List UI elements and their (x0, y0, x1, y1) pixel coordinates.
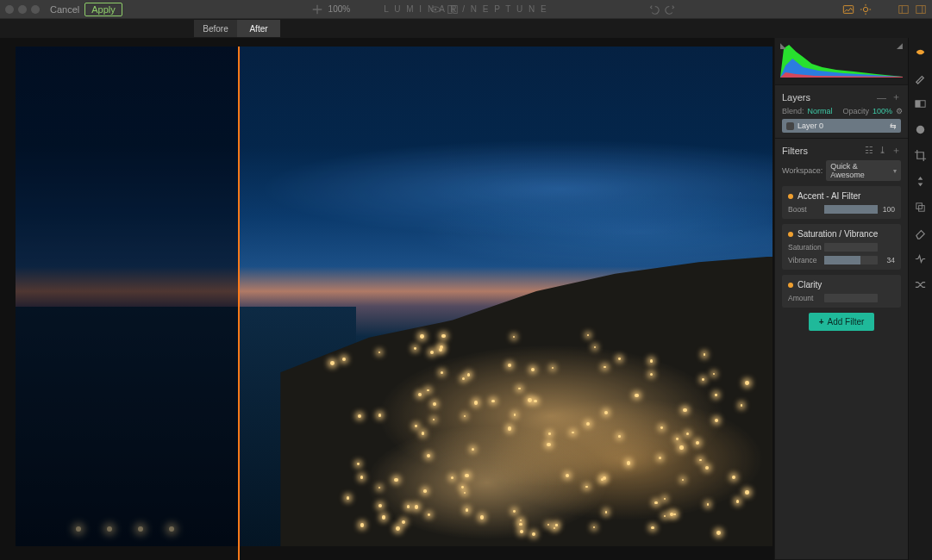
filters-preset-icon[interactable]: ☷ (865, 145, 873, 156)
filters-save-icon[interactable]: ⤓ (879, 145, 886, 156)
layer-gear-icon[interactable]: ⚙ (896, 107, 903, 115)
image-preview[interactable] (16, 47, 772, 546)
filter-name[interactable]: Saturation / Vibrance (798, 229, 878, 239)
traffic-close[interactable] (5, 5, 14, 14)
tool-shuffle-icon[interactable] (914, 277, 928, 291)
layer-options-icon[interactable]: ⇆ (890, 121, 897, 130)
filter-block: ClarityAmount (782, 275, 901, 308)
tool-denoise-icon[interactable] (914, 252, 928, 265)
histogram[interactable]: ◣ ◢ (775, 38, 908, 85)
svg-point-16 (916, 125, 924, 133)
hist-right-icon: ◢ (897, 41, 903, 50)
apply-button[interactable]: Apply (84, 3, 122, 16)
filter-enable-dot[interactable] (788, 194, 793, 199)
tool-radial-icon[interactable] (914, 122, 928, 136)
layers-title: Layers (782, 92, 810, 103)
hist-left-icon: ◣ (780, 41, 786, 50)
tool-adjust-icon[interactable] (914, 45, 928, 59)
cancel-button[interactable]: Cancel (50, 4, 79, 15)
undo-icon[interactable] (647, 3, 660, 16)
slider-value: 100 (878, 205, 895, 214)
compare-divider[interactable] (238, 47, 240, 560)
compare-bar: Before After (0, 19, 932, 38)
slider-label: Amount (788, 294, 824, 302)
image-icon[interactable] (842, 3, 854, 16)
tool-gradient-icon[interactable] (914, 96, 928, 110)
filter-block: Saturation / VibranceSaturationVibrance3… (782, 224, 901, 270)
filters-panel: Filters ☷ ⤓ ＋ Workspace: Quick & Awesome… (775, 139, 908, 560)
layer-item[interactable]: Layer 0 ⇆ (782, 119, 901, 133)
filter-block: Accent - AI FilterBoost100 (782, 186, 901, 219)
tab-before[interactable]: Before (194, 20, 237, 37)
layer-visibility-icon[interactable] (786, 122, 794, 130)
layer-name: Layer 0 (798, 121, 823, 130)
panel-right-icon[interactable] (915, 3, 927, 16)
zoom-level[interactable]: 100% (328, 4, 351, 14)
slider-label: Saturation (788, 243, 824, 252)
slider-track[interactable] (824, 294, 878, 302)
svg-point-5 (863, 7, 867, 11)
layers-add-icon[interactable]: ＋ (891, 90, 901, 103)
before-overlay (16, 47, 238, 546)
slider-track[interactable] (824, 205, 878, 214)
side-panel: ◣ ◢ Layers — ＋ Blend: (774, 38, 908, 560)
layers-collapse-icon[interactable]: — (877, 92, 886, 103)
canvas-area (0, 38, 774, 560)
workspace-select[interactable]: Quick & Awesome (826, 160, 901, 181)
top-toolbar: Cancel Apply 100% L U M I N A R / N E P … (0, 0, 932, 19)
slider-track[interactable] (824, 256, 878, 264)
filter-enable-dot[interactable] (788, 232, 793, 237)
layers-panel: Layers — ＋ Blend: Normal Opacity 100% ⚙ … (775, 85, 908, 139)
tab-after[interactable]: After (237, 20, 280, 37)
opacity-label: Opacity (843, 107, 870, 115)
tool-brush-icon[interactable] (914, 71, 928, 84)
svg-rect-12 (916, 5, 926, 13)
traffic-max[interactable] (31, 5, 40, 14)
blend-value[interactable]: Normal (808, 107, 833, 115)
tool-clone-icon[interactable] (914, 200, 928, 214)
tool-strip (908, 38, 932, 560)
slider-label: Vibrance (788, 256, 824, 264)
filter-name[interactable]: Clarity (798, 280, 822, 289)
settings-sun-icon[interactable] (860, 3, 872, 16)
workspace-label: Workspace: (782, 166, 823, 175)
window-traffic-lights (5, 5, 40, 14)
redo-icon[interactable] (665, 3, 677, 16)
svg-rect-15 (916, 100, 921, 107)
blend-label: Blend: (782, 107, 804, 115)
panel-left-icon[interactable] (898, 3, 910, 16)
tool-crop-icon[interactable] (914, 148, 928, 162)
filters-add-icon[interactable]: ＋ (891, 144, 901, 157)
tool-transform-icon[interactable] (914, 174, 928, 188)
svg-rect-10 (899, 5, 909, 13)
slider-value: 34 (878, 256, 895, 264)
traffic-min[interactable] (18, 5, 27, 14)
filter-name[interactable]: Accent - AI Filter (798, 191, 860, 201)
plus-icon[interactable] (311, 3, 323, 16)
filters-title: Filters (782, 146, 808, 156)
slider-track[interactable] (824, 243, 878, 252)
opacity-value[interactable]: 100% (873, 107, 892, 115)
add-filter-button[interactable]: Add Filter (809, 313, 875, 331)
tool-erase-icon[interactable] (914, 226, 928, 240)
filter-enable-dot[interactable] (788, 283, 793, 288)
slider-label: Boost (788, 205, 824, 214)
app-title: L U M I N A R / N E P T U N E (384, 4, 547, 14)
